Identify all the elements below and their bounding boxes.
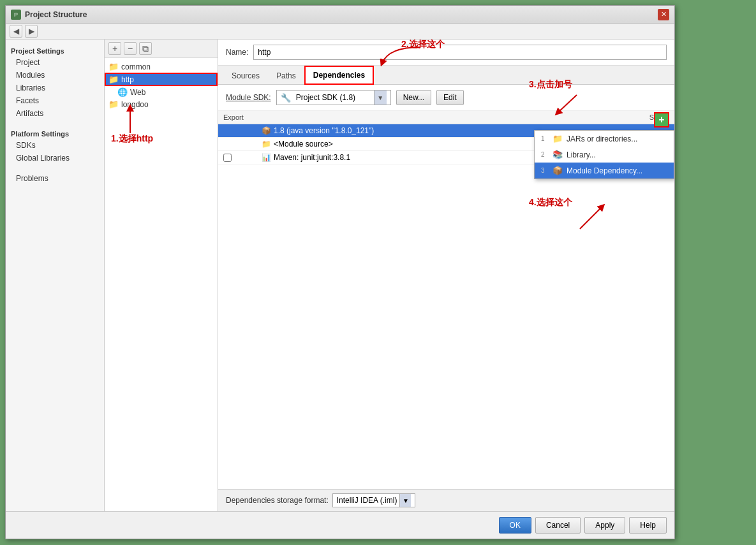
name-row: Name: [218, 40, 674, 66]
dep-table-header: Export Scope + [218, 111, 674, 124]
sdk-select[interactable]: 🔧 Project SDK (1.8) ▼ [276, 90, 391, 105]
storage-label: Dependencies storage format: [226, 496, 329, 505]
tabs-row: Sources Paths Dependencies [218, 66, 674, 85]
popup-item-library[interactable]: 2 📚 Library... [535, 147, 674, 163]
sidebar-item-problems[interactable]: Problems [6, 172, 104, 185]
forward-button[interactable]: ▶ [25, 25, 38, 38]
close-button[interactable]: ✕ [658, 9, 669, 20]
project-structure-dialog: P Project Structure ✕ ◀ ▶ Project Settin… [5, 5, 675, 539]
storage-value: IntelliJ IDEA (.iml) [337, 496, 397, 505]
sdk-icon: 🔧 [281, 93, 291, 103]
storage-dropdown-arrow[interactable]: ▼ [399, 494, 411, 507]
popup-icon-library: 📚 [552, 150, 563, 159]
sidebar-item-sdks[interactable]: SDKs [6, 139, 104, 152]
dep-table-wrapper: Export Scope + 📦 1.8 (java version "1.8.… [218, 111, 674, 489]
dep-icon-source: 📁 [262, 140, 271, 149]
popup-icon-module-dep: 📦 [552, 166, 563, 175]
tree-item-web[interactable]: 🌐 Web [105, 86, 218, 98]
web-icon: 🌐 [117, 87, 128, 97]
bottom-bar: Dependencies storage format: IntelliJ ID… [218, 489, 674, 511]
popup-label-library: Library... [567, 150, 596, 159]
copy-module-button[interactable]: ⧉ [139, 42, 152, 55]
dialog-title: Project Structure [25, 10, 87, 19]
sdk-dropdown-arrow[interactable]: ▼ [374, 91, 387, 105]
back-button[interactable]: ◀ [10, 25, 22, 38]
title-bar: P Project Structure ✕ [6, 6, 674, 24]
sidebar-item-project[interactable]: Project [6, 56, 104, 69]
name-label: Name: [226, 48, 248, 57]
popup-item-module-dep[interactable]: 3 📦 Module Dependency... [535, 163, 674, 178]
folder-icon: 📁 [108, 62, 119, 71]
add-dep-popup: 1 📁 JARs or directories... 2 📚 Library..… [534, 130, 674, 179]
tab-dependencies[interactable]: Dependencies [304, 66, 374, 85]
sdk-value: Project SDK (1.8) [296, 93, 371, 102]
folder-icon: 📁 [108, 75, 119, 84]
sidebar-item-facets[interactable]: Facets [6, 94, 104, 107]
apply-button[interactable]: Apply [584, 517, 625, 534]
maven-checkbox[interactable] [223, 154, 232, 162]
add-module-button[interactable]: + [108, 42, 121, 55]
col-export-header: Export [223, 113, 262, 121]
tree-item-common[interactable]: 📁 common [105, 61, 218, 73]
sdk-row: Module SDK: 🔧 Project SDK (1.8) ▼ New...… [218, 85, 674, 111]
title-icon: P [11, 10, 21, 20]
dep-icon-sdk: 📦 [262, 126, 271, 135]
sidebar-item-global-libraries[interactable]: Global Libraries [6, 152, 104, 164]
dep-icon-maven: 📊 [262, 153, 271, 162]
add-dependency-button[interactable]: + [654, 112, 669, 127]
folder-icon: 📁 [108, 99, 119, 109]
storage-select[interactable]: IntelliJ IDEA (.iml) ▼ [332, 493, 416, 507]
module-panel: + − ⧉ 📁 common 📁 http 🌐 Web 📁 [105, 40, 218, 511]
tree-item-http[interactable]: 📁 http [105, 73, 218, 86]
module-tree: 📁 common 📁 http 🌐 Web 📁 longdoo [105, 58, 218, 511]
new-sdk-button[interactable]: New... [396, 90, 431, 105]
popup-label-module-dep: Module Dependency... [567, 166, 642, 175]
sidebar-item-libraries[interactable]: Libraries [6, 82, 104, 94]
dep-checkbox-maven[interactable] [223, 154, 262, 162]
popup-num-3: 3 [541, 167, 549, 174]
help-button[interactable]: Help [629, 517, 667, 534]
name-input[interactable] [253, 45, 667, 60]
tab-sources[interactable]: Sources [223, 67, 268, 84]
sdk-label: Module SDK: [226, 93, 271, 102]
tab-paths[interactable]: Paths [268, 67, 304, 84]
popup-icon-jars: 📁 [552, 134, 563, 143]
sidebar-item-artifacts[interactable]: Artifacts [6, 107, 104, 120]
popup-num-1: 1 [541, 135, 549, 142]
cancel-button[interactable]: Cancel [535, 517, 581, 534]
remove-module-button[interactable]: − [124, 42, 137, 55]
popup-label-jars: JARs or directories... [567, 134, 637, 143]
tree-item-longdoo[interactable]: 📁 longdoo [105, 98, 218, 110]
popup-num-2: 2 [541, 151, 549, 158]
popup-item-jars[interactable]: 1 📁 JARs or directories... [535, 131, 674, 147]
module-toolbar: + − ⧉ [105, 40, 218, 58]
ok-button[interactable]: OK [499, 517, 531, 534]
platform-settings-heading: Platform Settings [6, 127, 104, 139]
project-settings-heading: Project Settings [6, 45, 104, 56]
dialog-footer: OK Cancel Apply Help [6, 511, 674, 539]
main-content: Name: Sources Paths Dependencies Module … [218, 40, 674, 511]
sidebar: Project Settings Project Modules Librari… [6, 40, 105, 511]
sidebar-item-modules[interactable]: Modules [6, 69, 104, 82]
edit-sdk-button[interactable]: Edit [436, 90, 464, 105]
